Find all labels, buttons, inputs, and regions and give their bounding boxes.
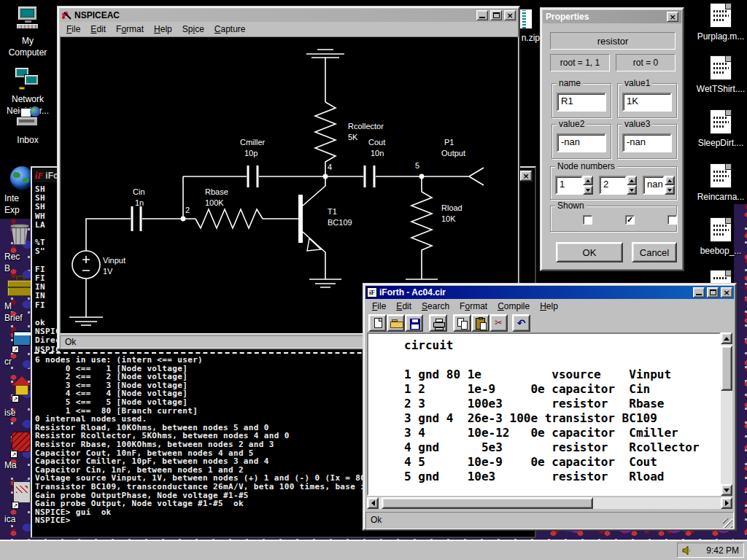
copy-button[interactable] xyxy=(453,314,471,332)
close-button[interactable]: × xyxy=(504,10,516,20)
desktop-icon-file-4[interactable]: Reincarna... xyxy=(694,163,747,207)
cancel-button[interactable]: Cancel xyxy=(632,242,677,262)
node3-spinner[interactable]: nan xyxy=(643,176,675,195)
console-output[interactable]: 6 nodes in use: (intern <== user) 0 <== … xyxy=(35,356,365,525)
horizontal-scroll-thumb[interactable] xyxy=(382,497,593,509)
shown-checkbox-2[interactable]: ✓ xyxy=(625,215,635,225)
shortcut-arrow-icon: ↗ xyxy=(12,346,19,353)
desktop-icon-file-1[interactable]: Purplag.m... xyxy=(694,3,747,47)
shown-checkbox-1[interactable] xyxy=(583,215,592,225)
music-file-icon xyxy=(710,3,732,28)
nspiceac-titlebar[interactable]: NSPICEAC × xyxy=(60,9,517,22)
arrow-right-icon xyxy=(725,500,729,506)
minimize-icon xyxy=(479,17,485,18)
paste-button[interactable] xyxy=(471,314,489,332)
node1-spinner[interactable]: 1 xyxy=(555,176,593,195)
status-text: Ok xyxy=(65,337,76,347)
resize-grip[interactable] xyxy=(723,518,732,528)
value3-field[interactable]: -nan xyxy=(622,133,672,152)
spin-up-button[interactable] xyxy=(583,176,593,185)
label-t1-value: BC109 xyxy=(328,218,352,227)
shown-checkbox-3[interactable] xyxy=(667,215,677,225)
desktop-icon-file-3[interactable]: SleepDirt.... xyxy=(694,109,747,153)
scroll-up-button[interactable] xyxy=(721,332,732,344)
properties-titlebar[interactable]: Properties × xyxy=(543,10,681,23)
new-button[interactable] xyxy=(368,314,387,332)
vertical-scroll-thumb[interactable] xyxy=(721,346,732,391)
editor-titlebar[interactable]: iF iForth - Ac04.cir × xyxy=(365,286,734,299)
menu-capture[interactable]: Capture xyxy=(209,23,251,36)
menu-format[interactable]: Format xyxy=(454,300,492,313)
editor-textarea[interactable]: circuit 1 gnd 80 1e vsource Vinput 1 2 1… xyxy=(367,332,721,496)
scroll-left-button[interactable] xyxy=(367,497,379,509)
close-icon: × xyxy=(506,12,513,20)
menu-file[interactable]: File xyxy=(367,300,391,313)
value1-group: value1 1K xyxy=(617,83,677,118)
name-field[interactable]: R1 xyxy=(557,93,606,112)
maximize-button[interactable] xyxy=(707,287,719,298)
undo-arrow-icon: ↶ xyxy=(517,318,526,328)
menu-format[interactable]: Format xyxy=(111,23,149,36)
menu-help[interactable]: Help xyxy=(149,23,177,36)
menu-edit[interactable]: Edit xyxy=(391,300,417,313)
close-icon: × xyxy=(522,172,529,180)
desktop-icon-file-2[interactable]: WetTShirt.... xyxy=(694,55,747,99)
open-folder-icon xyxy=(390,322,403,328)
close-button[interactable]: × xyxy=(667,12,678,22)
shown-label: Shown xyxy=(555,201,587,211)
editor-menubar: File Edit Search Format Compile Help xyxy=(365,300,734,313)
horizontal-scrollbar[interactable] xyxy=(367,497,732,509)
scroll-right-button[interactable] xyxy=(721,497,732,509)
label-node5: 5 xyxy=(415,161,419,170)
close-button[interactable]: × xyxy=(721,287,732,298)
cut-button[interactable]: ✂ xyxy=(489,314,508,332)
label-node2: 2 xyxy=(185,206,190,214)
ok-button[interactable]: OK xyxy=(556,242,623,262)
network-icon xyxy=(15,67,41,90)
save-floppy-icon xyxy=(410,319,420,330)
menu-edit[interactable]: Edit xyxy=(85,23,111,36)
speaker-icon[interactable] xyxy=(682,545,692,556)
spin-down-button[interactable] xyxy=(665,185,675,195)
app-window-icon: ↗ xyxy=(12,330,31,353)
desktop-icon-file-5[interactable]: beebop_... xyxy=(694,217,747,261)
node-numbers-label: Node numbers xyxy=(555,161,617,171)
value2-field[interactable]: -nan xyxy=(557,133,606,152)
menu-search[interactable]: Search xyxy=(417,300,454,313)
label-cin: Cin xyxy=(133,187,145,196)
desktop-icon-my-computer[interactable]: MyComputer xyxy=(1,6,54,63)
node2-spinner[interactable]: 2 xyxy=(599,176,637,195)
spin-down-icon xyxy=(667,189,672,192)
label-rcollector: Rcollector xyxy=(348,122,384,131)
value2-group-label: value2 xyxy=(557,119,587,129)
maximize-button[interactable] xyxy=(490,10,502,20)
spin-down-button[interactable] xyxy=(627,185,637,195)
spin-down-button[interactable] xyxy=(583,185,593,195)
open-button[interactable] xyxy=(387,314,405,332)
print-button[interactable] xyxy=(429,314,447,332)
label-rbase-value: 100K xyxy=(205,198,224,207)
menu-compile[interactable]: Compile xyxy=(492,300,535,313)
menu-file[interactable]: File xyxy=(61,23,85,36)
music-file-icon xyxy=(710,55,732,80)
menu-help[interactable]: Help xyxy=(535,300,563,313)
value1-field[interactable]: 1K xyxy=(622,93,672,112)
spin-up-button[interactable] xyxy=(665,176,675,185)
vertical-scrollbar[interactable] xyxy=(721,332,732,496)
iforth-icon: iF xyxy=(35,171,43,181)
minimize-button[interactable] xyxy=(476,10,488,20)
taskbar xyxy=(0,540,747,560)
desktop-icon-inbox[interactable]: Inbox xyxy=(1,106,54,149)
spin-up-button[interactable] xyxy=(627,176,637,185)
nspiceac-icon xyxy=(61,10,72,20)
save-button[interactable] xyxy=(405,314,423,332)
label-rload: Rload xyxy=(441,203,462,212)
close-button[interactable]: × xyxy=(520,171,532,181)
maximize-icon xyxy=(710,289,716,295)
undo-button[interactable]: ↶ xyxy=(512,314,530,332)
minimize-button[interactable] xyxy=(693,287,705,298)
scroll-down-button[interactable] xyxy=(721,484,732,496)
menu-spice[interactable]: Spice xyxy=(177,23,209,36)
node-numbers-group: Node numbers 1 2 nan xyxy=(550,166,677,200)
properties-dialog: Properties × resistor root = 1, 1 rot = … xyxy=(540,7,684,271)
